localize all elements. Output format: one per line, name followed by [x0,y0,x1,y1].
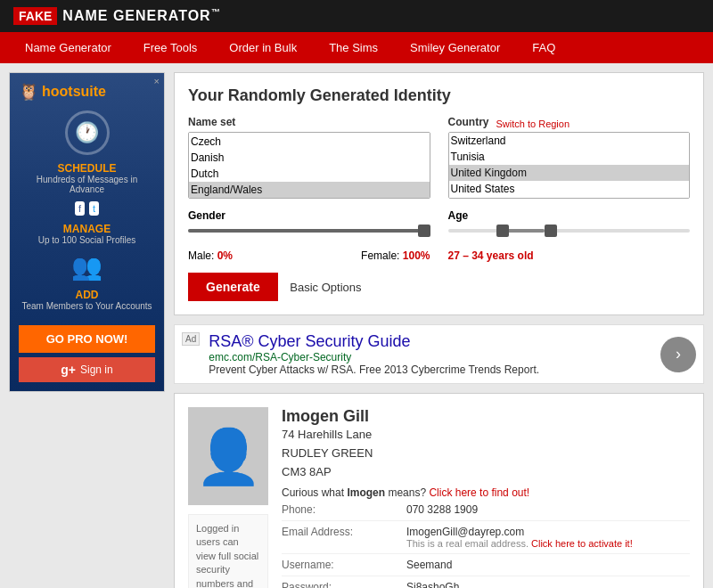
ad-label: Ad [182,332,200,346]
age-label: Age [448,209,691,222]
name-set-group: Name set Croatian Czech Danish Dutch Eng… [188,116,430,199]
header: FAKE NAME GENERATOR™ [0,0,713,32]
gender-age-row: Gender Male: 0% Female: 100% Age [188,209,690,262]
name-set-select[interactable]: Croatian Czech Danish Dutch England/Wale… [188,132,430,199]
country-label: Country [448,116,489,128]
nav-free-tools[interactable]: Free Tools [127,32,213,63]
person-address: 74 Harehills Lane RUDLEY GREEN CM3 8AP [282,426,690,481]
ad-url: emc.com/RSA-Cyber-Security [209,351,652,363]
people-icon: 👥 [19,252,155,282]
gender-values: Male: 0% Female: 100% [188,249,430,262]
gender-slider[interactable] [188,229,430,247]
ad-box: × 🦉 hootsuite 🕐 SCHEDULE Hundreds of Mes… [9,72,165,392]
manage-section: MANAGE Up to 100 Social Profiles [19,223,155,245]
logo-text: NAME GENERATOR™ [62,7,220,24]
gplus-icon: g+ [61,363,76,377]
ad-content: RSA® Cyber Security Guide emc.com/RSA-Cy… [209,332,652,376]
action-row: Generate Basic Options [188,273,690,301]
content-area: Your Randomly Generated Identity Name se… [174,72,704,588]
activate-email-link[interactable]: Click here to activate it! [531,538,633,549]
name-set-label: Name set [188,116,430,128]
age-slider[interactable] [448,229,691,247]
country-select[interactable]: Switzerland Tunisia United Kingdom Unite… [448,132,691,199]
name-meaning: Curious what Imogen means? Click here to… [282,486,690,499]
go-pro-button[interactable]: GO PRO NOW! [19,325,155,353]
person-name: Imogen Gill [282,407,690,426]
main-nav: Name Generator Free Tools Order in Bulk … [0,32,713,63]
schedule-icon: 🕐 [65,110,110,155]
social-icons: f t [19,201,155,216]
twitter-icon: t [89,201,99,216]
basic-options-button[interactable]: Basic Options [290,281,361,294]
country-label-row: Country Switch to Region [448,116,691,132]
hootsuite-logo: 🦉 hootsuite [19,82,155,102]
gplus-signin[interactable]: g+ Sign in [19,357,155,382]
details-table: Phone: 070 3288 1909 Email Address: Imog… [282,499,690,588]
email-row: Email Address: ImogenGill@dayrep.com Thi… [282,521,690,554]
ad-title-link[interactable]: RSA® Cyber Security Guide [209,332,652,351]
sidebar: × 🦉 hootsuite 🕐 SCHEDULE Hundreds of Mes… [9,72,165,588]
ad-description: Prevent Cyber Attacks w/ RSA. Free 2013 … [209,363,652,376]
country-group: Country Switch to Region Switzerland Tun… [448,116,691,199]
nav-name-generator[interactable]: Name Generator [9,32,127,63]
nav-faq[interactable]: FAQ [516,32,571,63]
gender-label: Gender [188,209,430,222]
person-card-box: 👤 Logged in users can view full social s… [174,393,704,588]
phone-row: Phone: 070 3288 1909 [282,499,690,521]
name-country-row: Name set Croatian Czech Danish Dutch Eng… [188,116,690,199]
ad-banner: Ad RSA® Cyber Security Guide emc.com/RSA… [174,324,704,384]
person-info: Imogen Gill 74 Harehills Lane RUDLEY GRE… [282,407,690,588]
generate-button[interactable]: Generate [188,273,278,301]
gender-group: Gender Male: 0% Female: 100% [188,209,430,262]
username-row: Username: Seemand [282,554,690,576]
schedule-section: SCHEDULE Hundreds of Messages in Advance [19,162,155,194]
age-values: 27 – 34 years old [448,249,691,262]
ad-arrow-icon[interactable]: › [660,337,696,372]
login-note: Logged in users can view full social sec… [188,514,268,588]
avatar: 👤 [188,407,268,505]
avatar-silhouette: 👤 [195,425,262,488]
nav-smiley-generator[interactable]: Smiley Generator [394,32,516,63]
password-row: Password: Si8ashoGh [282,576,690,588]
main-layout: × 🦉 hootsuite 🕐 SCHEDULE Hundreds of Mes… [0,63,713,588]
close-icon[interactable]: × [154,76,160,86]
identity-box: Your Randomly Generated Identity Name se… [174,72,704,315]
logo-fake: FAKE [13,7,57,25]
facebook-icon: f [75,201,85,216]
person-left: 👤 Logged in users can view full social s… [188,407,268,588]
identity-title: Your Randomly Generated Identity [188,86,690,105]
person-header: 👤 Logged in users can view full social s… [188,407,690,588]
nav-order-bulk[interactable]: Order in Bulk [213,32,313,63]
switch-to-region-link[interactable]: Switch to Region [496,118,570,129]
age-group: Age 27 – 34 years old [448,209,691,262]
nav-the-sims[interactable]: The Sims [313,32,394,63]
name-meaning-link[interactable]: Click here to find out! [429,486,529,499]
add-section: ADD Team Members to Your Accounts [19,289,155,311]
owl-icon: 🦉 [19,82,38,102]
